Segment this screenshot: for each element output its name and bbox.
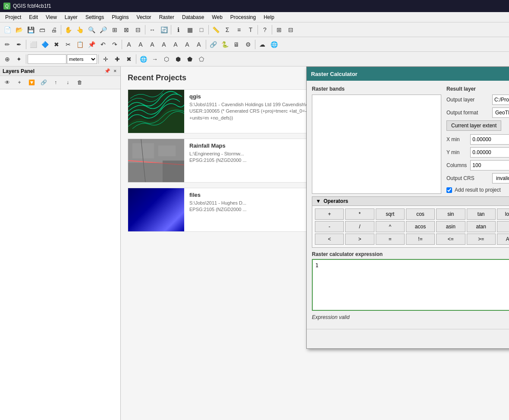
op-neq[interactable]: != [406, 234, 435, 245]
cut-btn[interactable]: ✂ [63, 39, 74, 50]
digitize-btn[interactable]: ⬜ [28, 39, 39, 50]
ymin-input[interactable] [471, 148, 509, 157]
zoom-layer-btn[interactable]: ⊠ [121, 24, 132, 35]
globe-btn[interactable]: 🌐 [268, 39, 280, 50]
edit-node-btn[interactable]: ✏ [2, 39, 13, 50]
open-project-btn[interactable]: 📂 [13, 24, 25, 35]
op-plus[interactable]: + [315, 208, 344, 220]
attr-table-btn[interactable]: ≡ [233, 24, 245, 35]
layer-down-btn[interactable]: ↓ [62, 77, 73, 88]
select-btn[interactable]: ▦ [184, 24, 195, 35]
poly4-btn[interactable]: ⬠ [196, 54, 207, 65]
layer-filter-btn[interactable]: 🔽 [26, 77, 37, 88]
copy-btn[interactable]: 📋 [74, 39, 85, 50]
cross3-btn[interactable]: ✖ [123, 54, 135, 65]
help-btn[interactable]: ? [259, 24, 270, 35]
zoom-select-btn[interactable]: ⊟ [132, 24, 144, 35]
label7-btn[interactable]: A [193, 39, 204, 50]
menu-vector[interactable]: Vector [133, 13, 155, 21]
more1-btn[interactable]: ⊞ [273, 24, 285, 35]
crs-btn[interactable]: 🌐 [138, 54, 149, 65]
op-multiply[interactable]: * [345, 208, 374, 220]
current-extent-btn[interactable]: Current layer extent [446, 120, 501, 131]
layer-up-btn[interactable]: ↑ [50, 77, 61, 88]
poly2-btn[interactable]: ⬢ [173, 54, 184, 65]
op-caret[interactable]: ^ [376, 221, 405, 232]
op-sin[interactable]: sin [436, 208, 465, 220]
cross-btn[interactable]: ✛ [100, 54, 111, 65]
op-cos[interactable]: cos [406, 208, 435, 220]
process-btn[interactable]: ⚙ [242, 39, 254, 50]
operators-header[interactable]: ▼ Operators [312, 197, 509, 206]
save-btn[interactable]: 💾 [25, 24, 36, 35]
coordinate-input[interactable]: 0.00000 [28, 54, 66, 64]
op-ln[interactable]: ln [497, 221, 509, 232]
xmin-input[interactable] [471, 135, 509, 144]
poly3-btn[interactable]: ⬟ [184, 54, 195, 65]
layer-add-btn[interactable]: + [14, 77, 25, 88]
deselect-btn[interactable]: □ [196, 24, 207, 35]
delete-btn[interactable]: ✖ [51, 39, 62, 50]
route-btn[interactable]: 🔗 [207, 39, 219, 50]
refresh-btn[interactable]: 🔄 [158, 24, 170, 35]
redo-btn[interactable]: ↷ [109, 39, 120, 50]
menu-help[interactable]: Help [260, 13, 278, 21]
zoom-out-btn[interactable]: 🔎 [97, 24, 109, 35]
poly-btn[interactable]: ⬡ [161, 54, 172, 65]
columns-input[interactable] [471, 161, 509, 170]
coordinate-unit-select[interactable]: meters [67, 54, 97, 64]
op-and[interactable]: AND [497, 234, 509, 245]
menu-database[interactable]: Database [179, 13, 207, 21]
measure-btn[interactable]: 📏 [210, 24, 221, 35]
label3-btn[interactable]: A [147, 39, 158, 50]
op-eq[interactable]: = [376, 234, 405, 245]
menu-edit[interactable]: Edit [25, 13, 41, 21]
op-minus[interactable]: - [315, 221, 344, 232]
new-project-btn[interactable]: 📄 [2, 24, 13, 35]
add-result-label[interactable]: Add result to project [455, 187, 501, 193]
layer-link-btn[interactable]: 🔗 [38, 77, 49, 88]
python2-btn[interactable]: 🖥 [231, 39, 242, 50]
python-btn[interactable]: 🐍 [219, 39, 230, 50]
op-divide[interactable]: / [345, 221, 374, 232]
panel-close-btn[interactable]: × [113, 68, 118, 74]
panel-pin-btn[interactable]: 📌 [103, 68, 112, 74]
output-layer-input[interactable] [492, 95, 509, 105]
cross2-btn[interactable]: ✚ [112, 54, 123, 65]
op-lte[interactable]: <= [436, 234, 465, 245]
coord2-btn[interactable]: ✦ [13, 54, 25, 65]
op-gte[interactable]: >= [467, 234, 496, 245]
cloud-btn[interactable]: ☁ [257, 39, 268, 50]
arrow-btn[interactable]: → [149, 54, 160, 65]
menu-layer[interactable]: Layer [61, 13, 81, 21]
add-result-checkbox[interactable] [446, 187, 452, 193]
menu-project[interactable]: Project [2, 13, 25, 21]
label2-btn[interactable]: A [135, 39, 146, 50]
paste-btn[interactable]: 📌 [86, 39, 97, 50]
op-asin[interactable]: asin [436, 221, 465, 232]
menu-plugins[interactable]: Plugins [108, 13, 132, 21]
identify-btn[interactable]: ℹ [173, 24, 184, 35]
layer-eye-btn[interactable]: 👁 [2, 77, 13, 88]
layer-remove-btn[interactable]: 🗑 [74, 77, 85, 88]
pan-map-btn[interactable]: ↔ [147, 24, 158, 35]
zoom-full-btn[interactable]: ⊞ [109, 24, 120, 35]
menu-view[interactable]: View [42, 13, 60, 21]
coord-btn[interactable]: ⊕ [2, 54, 13, 65]
field-calc-btn[interactable]: T [245, 24, 256, 35]
stat-btn[interactable]: Σ [222, 24, 233, 35]
pan2-btn[interactable]: 👆 [74, 24, 85, 35]
op-tan[interactable]: tan [467, 208, 496, 220]
zoom-in-btn[interactable]: 🔍 [86, 24, 97, 35]
op-gt[interactable]: > [345, 234, 374, 245]
digitize2-btn[interactable]: 🔷 [39, 39, 50, 50]
op-lt[interactable]: < [315, 234, 344, 245]
pan-btn[interactable]: ✋ [63, 24, 74, 35]
op-atan[interactable]: atan [467, 221, 496, 232]
label-btn[interactable]: A [123, 39, 135, 50]
label5-btn[interactable]: A [170, 39, 181, 50]
save-as-btn[interactable]: 🗃 [37, 24, 48, 35]
raster-bands-listbox[interactable] [312, 95, 441, 194]
undo-btn[interactable]: ↶ [97, 39, 109, 50]
op-log10[interactable]: log10 [497, 208, 509, 220]
